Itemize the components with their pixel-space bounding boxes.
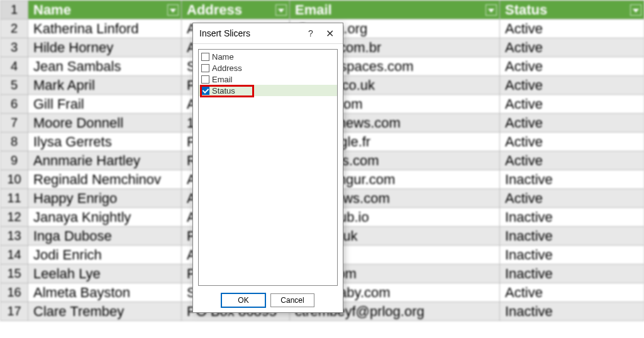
cancel-button[interactable]: Cancel — [270, 293, 314, 307]
cell-status[interactable]: Active — [500, 283, 645, 302]
row-header[interactable]: 13 — [1, 227, 28, 246]
row-header[interactable]: 15 — [1, 264, 28, 283]
row-header[interactable]: 5 — [1, 76, 28, 95]
filter-icon[interactable] — [630, 4, 641, 16]
close-button[interactable]: ✕ — [320, 25, 339, 42]
cell-name[interactable]: Leelah Lye — [28, 264, 182, 283]
cell-name[interactable]: Katherina Linford — [28, 19, 182, 38]
row-header[interactable]: 4 — [1, 57, 28, 76]
slicer-field-label: Address — [212, 63, 242, 73]
col-header-address[interactable]: Address — [182, 1, 290, 19]
checkbox-icon[interactable] — [201, 53, 209, 61]
cell-status[interactable]: Active — [500, 38, 645, 57]
dialog-title: Insert Slicers — [199, 28, 301, 38]
slicer-field-address[interactable]: Address — [199, 62, 337, 74]
cell-status[interactable]: Active — [500, 19, 645, 38]
dialog-button-row: OK Cancel — [193, 291, 343, 312]
checkbox-icon[interactable] — [201, 75, 209, 84]
ok-button[interactable]: OK — [221, 293, 265, 307]
row-header[interactable]: 6 — [1, 95, 28, 114]
row-header-1[interactable]: 1 — [1, 1, 28, 19]
cell-status[interactable]: Active — [500, 114, 645, 133]
cell-status[interactable]: Inactive — [500, 264, 645, 283]
slicer-field-list: NameAddressEmailStatus — [198, 49, 338, 286]
cell-status[interactable]: Active — [500, 76, 645, 95]
cell-status[interactable]: Active — [500, 189, 645, 208]
cell-status[interactable]: Active — [500, 57, 645, 76]
cell-status[interactable]: Inactive — [500, 227, 645, 246]
col-header-email[interactable]: Email — [290, 1, 500, 19]
cell-name[interactable]: Moore Donnell — [28, 114, 182, 133]
cell-name[interactable]: Jodi Enrich — [28, 246, 182, 264]
slicer-field-name[interactable]: Name — [199, 51, 337, 62]
insert-slicers-dialog: Insert Slicers ? ✕ NameAddressEmailStatu… — [192, 23, 343, 313]
cell-name[interactable]: Gill Frail — [28, 95, 182, 114]
help-button[interactable]: ? — [301, 25, 320, 42]
slicer-field-status[interactable]: Status — [199, 85, 337, 96]
cell-name[interactable]: Annmarie Hartley — [28, 151, 182, 170]
cell-status[interactable]: Inactive — [500, 170, 645, 189]
row-header[interactable]: 7 — [1, 114, 28, 133]
row-header[interactable]: 11 — [1, 189, 28, 208]
row-header[interactable]: 14 — [1, 246, 28, 264]
checkbox-icon[interactable] — [201, 64, 209, 72]
slicer-field-label: Name — [212, 52, 234, 62]
slicer-field-label: Email — [212, 75, 233, 84]
row-header[interactable]: 8 — [1, 133, 28, 151]
cell-name[interactable]: Clare Trembey — [28, 302, 182, 321]
cell-name[interactable]: Ilysa Gerrets — [28, 133, 182, 151]
row-header[interactable]: 12 — [1, 208, 28, 227]
cell-status[interactable]: Active — [500, 133, 645, 151]
filter-icon[interactable] — [167, 4, 179, 16]
cell-name[interactable]: Jean Sambals — [28, 57, 182, 76]
cell-name[interactable]: Inga Dubose — [28, 227, 182, 246]
row-header[interactable]: 3 — [1, 38, 28, 57]
row-header[interactable]: 17 — [1, 302, 28, 321]
cell-status[interactable]: Inactive — [500, 208, 645, 227]
slicer-field-label: Status — [212, 86, 235, 95]
checkbox-icon[interactable] — [201, 87, 209, 95]
cell-status[interactable]: Inactive — [500, 246, 645, 264]
row-header[interactable]: 2 — [1, 19, 28, 38]
cell-status[interactable]: Active — [500, 151, 645, 170]
cell-name[interactable]: Janaya Knightly — [28, 208, 182, 227]
row-header[interactable]: 10 — [1, 170, 28, 189]
cell-name[interactable]: Almeta Bayston — [28, 283, 182, 302]
row-header[interactable]: 9 — [1, 151, 28, 170]
cell-name[interactable]: Happy Enrigo — [28, 189, 182, 208]
cell-name[interactable]: Reginald Nemchinov — [28, 170, 182, 189]
cell-status[interactable]: Inactive — [500, 302, 645, 321]
slicer-field-email[interactable]: Email — [199, 74, 337, 85]
dialog-titlebar[interactable]: Insert Slicers ? ✕ — [193, 23, 343, 44]
cell-status[interactable]: Active — [500, 95, 645, 114]
row-header[interactable]: 16 — [1, 283, 28, 302]
col-header-name[interactable]: Name — [28, 1, 182, 19]
cell-name[interactable]: Hilde Horney — [28, 38, 182, 57]
col-header-status[interactable]: Status — [500, 1, 645, 19]
filter-icon[interactable] — [275, 4, 287, 16]
filter-icon[interactable] — [486, 4, 497, 16]
cell-name[interactable]: Mark April — [28, 76, 182, 95]
